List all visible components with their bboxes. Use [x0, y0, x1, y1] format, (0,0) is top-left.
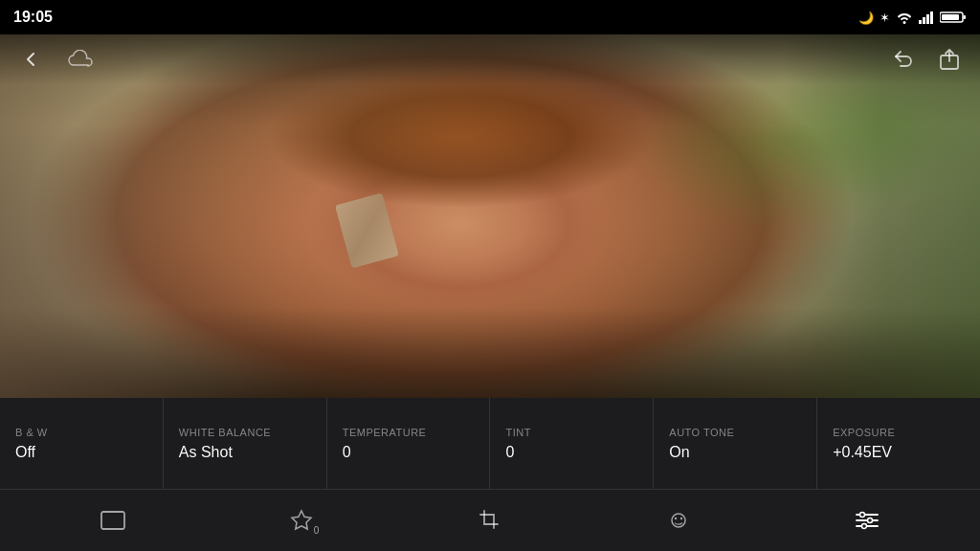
favorite-badge: 0 — [314, 525, 320, 536]
svg-rect-8 — [101, 512, 124, 529]
svg-point-11 — [680, 518, 682, 519]
svg-point-15 — [859, 513, 864, 518]
exposure-label: EXPOSURE — [833, 427, 965, 438]
settings-row: B & W Off WHITE BALANCE As Shot TEMPERAT… — [0, 398, 980, 490]
face-detect-button[interactable] — [656, 497, 702, 543]
bw-value: Off — [15, 444, 147, 461]
exposure-setting[interactable]: EXPOSURE +0.45EV — [817, 398, 980, 489]
top-toolbar-right — [888, 44, 965, 75]
tint-value: 0 — [505, 444, 637, 461]
svg-rect-2 — [926, 14, 929, 24]
bw-label: B & W — [15, 427, 147, 438]
svg-rect-5 — [942, 14, 959, 20]
moon-icon: 🌙 — [858, 11, 874, 25]
photo-overlay — [0, 34, 980, 398]
undo-button[interactable] — [888, 44, 919, 75]
temperature-value: 0 — [343, 444, 475, 461]
svg-rect-3 — [930, 11, 933, 24]
signal-icon — [919, 11, 934, 24]
svg-rect-0 — [919, 20, 922, 24]
svg-rect-1 — [923, 17, 925, 24]
bottom-panel: B & W Off WHITE BALANCE As Shot TEMPERAT… — [0, 398, 980, 551]
status-bar: 19:05 🌙 ✶ — [0, 0, 980, 34]
top-toolbar-left — [15, 44, 96, 75]
adjustments-button[interactable] — [844, 497, 890, 543]
wifi-icon — [896, 11, 913, 24]
svg-rect-6 — [964, 15, 967, 19]
white-balance-value: As Shot — [179, 444, 311, 461]
svg-point-9 — [672, 514, 685, 527]
auto-tone-value: On — [669, 444, 801, 461]
temperature-setting[interactable]: TEMPERATURE 0 — [327, 398, 491, 489]
white-balance-setting[interactable]: WHITE BALANCE As Shot — [164, 398, 327, 489]
frame-button[interactable] — [90, 497, 136, 543]
share-button[interactable] — [934, 44, 965, 75]
auto-tone-label: AUTO TONE — [669, 427, 801, 438]
photo-background — [0, 34, 980, 398]
status-icons: 🌙 ✶ — [858, 11, 967, 25]
svg-point-16 — [867, 518, 872, 523]
crop-button[interactable] — [467, 497, 513, 543]
auto-tone-setting[interactable]: AUTO TONE On — [654, 398, 817, 489]
bluetooth-icon: ✶ — [880, 11, 890, 25]
battery-icon — [940, 11, 967, 24]
tint-setting[interactable]: TINT 0 — [490, 398, 654, 489]
favorite-button[interactable]: 0 — [278, 497, 324, 543]
top-toolbar — [0, 34, 980, 84]
temperature-label: TEMPERATURE — [343, 427, 475, 438]
cloud-icon[interactable] — [65, 44, 96, 75]
exposure-value: +0.45EV — [833, 444, 965, 461]
photo-area — [0, 34, 980, 398]
svg-point-10 — [675, 518, 677, 519]
tint-label: TINT — [505, 427, 637, 438]
status-time: 19:05 — [13, 9, 53, 26]
bw-setting[interactable]: B & W Off — [0, 398, 164, 489]
bottom-icons-row: 0 — [0, 490, 980, 551]
white-balance-label: WHITE BALANCE — [179, 427, 311, 438]
svg-point-17 — [861, 524, 866, 529]
back-button[interactable] — [15, 44, 46, 75]
